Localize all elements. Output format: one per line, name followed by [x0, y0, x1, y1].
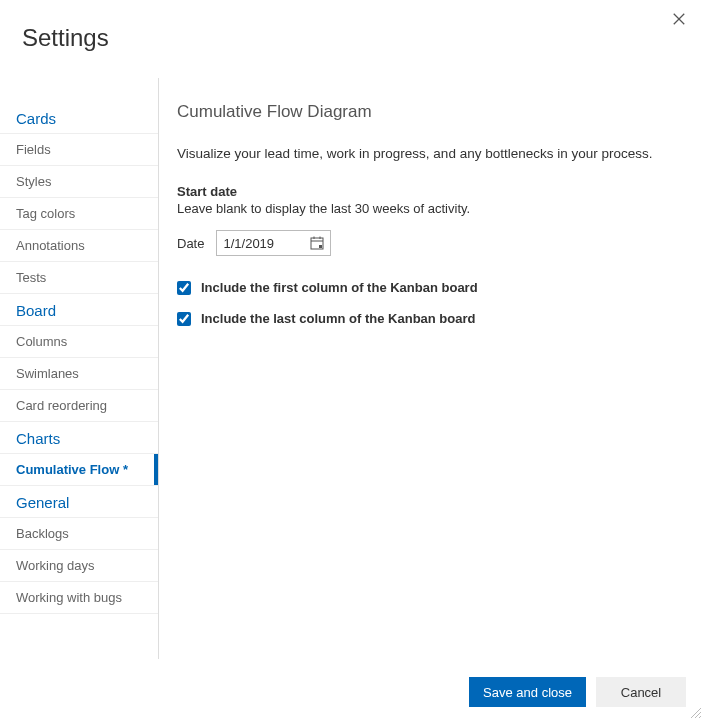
content-description: Visualize your lead time, work in progre… [177, 144, 686, 164]
sidebar-section-board: Board [0, 294, 158, 325]
settings-sidebar: Cards Fields Styles Tag colors Annotatio… [0, 78, 159, 659]
cancel-button[interactable]: Cancel [596, 677, 686, 707]
sidebar-item-backlogs[interactable]: Backlogs [0, 517, 158, 549]
sidebar-section-charts: Charts [0, 422, 158, 453]
save-and-close-button[interactable]: Save and close [469, 677, 586, 707]
start-date-label: Start date [177, 184, 686, 199]
sidebar-item-swimlanes[interactable]: Swimlanes [0, 357, 158, 389]
svg-line-9 [699, 716, 701, 718]
close-icon[interactable] [672, 12, 686, 29]
settings-content: Cumulative Flow Diagram Visualize your l… [159, 78, 704, 659]
date-field-label: Date [177, 236, 204, 251]
calendar-icon[interactable] [310, 236, 324, 250]
content-heading: Cumulative Flow Diagram [177, 102, 686, 122]
date-input[interactable] [223, 236, 301, 251]
sidebar-item-styles[interactable]: Styles [0, 165, 158, 197]
sidebar-item-tag-colors[interactable]: Tag colors [0, 197, 158, 229]
date-field[interactable] [216, 230, 331, 256]
dialog-title: Settings [22, 24, 109, 52]
sidebar-section-cards: Cards [0, 104, 158, 133]
sidebar-item-working-with-bugs[interactable]: Working with bugs [0, 581, 158, 614]
settings-dialog: Settings Cards Fields Styles Tag colors … [0, 0, 704, 721]
sidebar-item-card-reordering[interactable]: Card reordering [0, 389, 158, 422]
include-last-column-label: Include the last column of the Kanban bo… [201, 311, 475, 326]
sidebar-item-cumulative-flow[interactable]: Cumulative Flow * [0, 453, 158, 486]
include-first-column-checkbox[interactable] [177, 281, 191, 295]
sidebar-item-working-days[interactable]: Working days [0, 549, 158, 581]
sidebar-item-tests[interactable]: Tests [0, 261, 158, 294]
include-first-column-label: Include the first column of the Kanban b… [201, 280, 478, 295]
svg-rect-4 [319, 245, 322, 248]
sidebar-item-annotations[interactable]: Annotations [0, 229, 158, 261]
sidebar-section-general: General [0, 486, 158, 517]
sidebar-item-fields[interactable]: Fields [0, 133, 158, 165]
resize-grip-icon[interactable] [688, 705, 702, 719]
include-last-column-checkbox[interactable] [177, 312, 191, 326]
sidebar-item-columns[interactable]: Columns [0, 325, 158, 357]
start-date-hint: Leave blank to display the last 30 weeks… [177, 201, 686, 216]
